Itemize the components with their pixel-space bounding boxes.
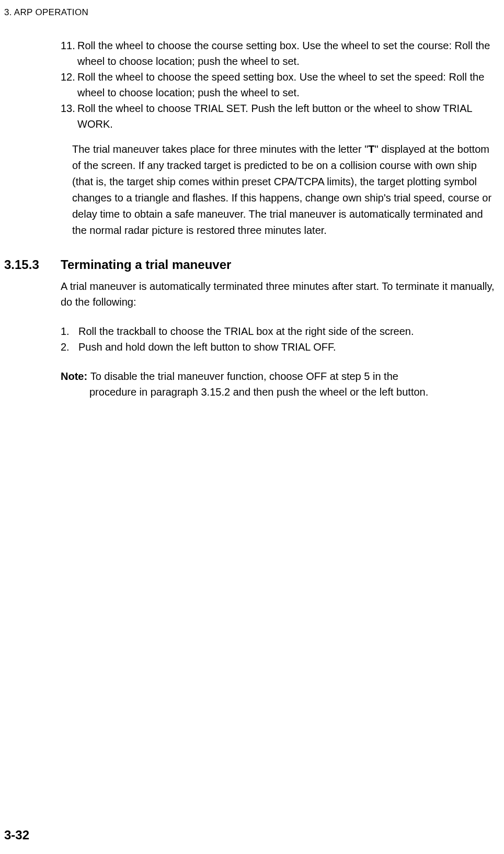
note-line2: procedure in paragraph 3.15.2 and then p… [61, 384, 499, 400]
note-label: Note: [61, 370, 90, 382]
main-content: 11. Roll the wheel to choose the course … [0, 18, 504, 400]
page-number: 3-32 [4, 828, 29, 842]
continuation-list: 11. Roll the wheel to choose the course … [61, 38, 499, 132]
list-item: 12. Roll the wheel to choose the speed s… [61, 69, 499, 100]
list-item: 11. Roll the wheel to choose the course … [61, 38, 499, 69]
list-number: 11. [61, 38, 75, 53]
note-line1: To disable the trial maneuver function, … [90, 370, 398, 382]
list-number: 2. [61, 339, 70, 355]
section-heading: 3.15.3 Terminating a trial maneuver [0, 257, 499, 272]
list-number: 1. [61, 323, 70, 339]
list-text: Push and hold down the left button to sh… [78, 341, 336, 353]
explanation-post: " displayed at the bottom of the screen.… [72, 143, 491, 236]
list-text: Roll the wheel to choose the speed setti… [77, 71, 484, 98]
section-number: 3.15.3 [0, 257, 61, 272]
list-number: 13. [61, 100, 75, 116]
explanation-paragraph: The trial maneuver takes place for three… [61, 141, 499, 239]
list-number: 12. [61, 69, 75, 85]
list-text: Roll the trackball to choose the TRIAL b… [78, 325, 414, 337]
steps-list: 1. Roll the trackball to choose the TRIA… [61, 323, 499, 355]
list-text: Roll the wheel to choose TRIAL SET. Push… [77, 103, 472, 130]
list-item: 1. Roll the trackball to choose the TRIA… [61, 323, 499, 339]
note-block: Note: To disable the trial maneuver func… [61, 368, 499, 400]
explanation-bold-letter: T [368, 143, 374, 155]
section-title: Terminating a trial maneuver [61, 257, 231, 272]
list-item: 2. Push and hold down the left button to… [61, 339, 499, 355]
section-body: A trial maneuver is automatically termin… [61, 278, 499, 310]
list-item: 13. Roll the wheel to choose TRIAL SET. … [61, 100, 499, 132]
page-header: 3. ARP OPERATION [0, 0, 504, 18]
list-text: Roll the wheel to choose the course sett… [77, 40, 490, 67]
explanation-pre: The trial maneuver takes place for three… [72, 143, 368, 155]
